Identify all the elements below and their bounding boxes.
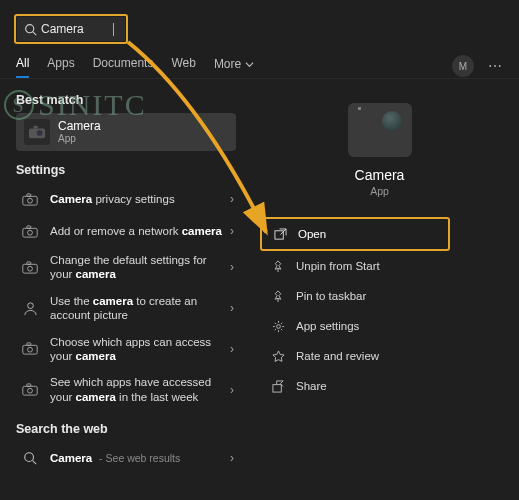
- svg-rect-5: [23, 196, 37, 205]
- chevron-right-icon: ›: [230, 341, 234, 356]
- chevron-right-icon: ›: [230, 451, 234, 466]
- unpin-action[interactable]: Unpin from Start: [260, 251, 450, 281]
- settings-row-network-camera[interactable]: Add or remove a network camera ›: [16, 215, 240, 247]
- section-search-web: Search the web: [16, 418, 244, 442]
- share-action[interactable]: Share: [260, 371, 450, 401]
- search-icon: [23, 22, 37, 36]
- chevron-right-icon: ›: [230, 192, 234, 207]
- text-cursor: [113, 23, 114, 36]
- app-settings-action[interactable]: App settings: [260, 311, 450, 341]
- camera-icon: [24, 119, 50, 145]
- gear-icon: [270, 318, 286, 334]
- svg-rect-10: [27, 225, 31, 227]
- chevron-right-icon: ›: [230, 260, 234, 275]
- filter-tabs: All Apps Documents Web More M ⋯: [0, 50, 519, 79]
- tab-apps[interactable]: Apps: [47, 54, 74, 78]
- settings-row-app-access[interactable]: Choose which apps can access your camera…: [16, 329, 240, 370]
- svg-point-19: [28, 388, 33, 393]
- star-icon: [270, 348, 286, 364]
- person-icon: [20, 298, 40, 318]
- svg-point-21: [25, 453, 34, 462]
- open-action[interactable]: Open: [260, 217, 450, 251]
- svg-rect-8: [23, 228, 37, 237]
- pin-taskbar-action[interactable]: Pin to taskbar: [260, 281, 450, 311]
- svg-point-16: [28, 348, 33, 353]
- section-settings: Settings: [16, 159, 244, 183]
- settings-row-defaults[interactable]: Change the default settings for your cam…: [16, 247, 240, 288]
- settings-row-recent-access[interactable]: See which apps have accessed your camera…: [16, 369, 240, 410]
- more-menu-icon[interactable]: ⋯: [488, 58, 503, 74]
- svg-line-22: [33, 461, 37, 465]
- svg-rect-15: [23, 346, 37, 355]
- svg-rect-18: [23, 386, 37, 395]
- svg-point-0: [25, 24, 33, 32]
- chevron-right-icon: ›: [230, 382, 234, 397]
- svg-point-3: [37, 130, 43, 136]
- svg-point-12: [28, 266, 33, 271]
- web-search-row[interactable]: Camera - See web results ›: [16, 442, 240, 474]
- svg-rect-23: [274, 230, 282, 238]
- search-input[interactable]: [41, 22, 111, 36]
- unpin-icon: [270, 258, 286, 274]
- camera-icon: [20, 257, 40, 277]
- preview-app-type: App: [370, 185, 389, 197]
- rate-review-action[interactable]: Rate and review: [260, 341, 450, 371]
- svg-point-6: [28, 198, 33, 203]
- best-match-subtitle: App: [58, 133, 101, 144]
- camera-icon: [20, 189, 40, 209]
- tab-more[interactable]: More: [214, 54, 254, 78]
- tab-documents[interactable]: Documents: [93, 54, 154, 78]
- tab-all[interactable]: All: [16, 54, 29, 78]
- svg-rect-13: [27, 262, 31, 264]
- chevron-right-icon: ›: [230, 301, 234, 316]
- chevron-right-icon: ›: [230, 224, 234, 239]
- share-icon: [270, 378, 286, 394]
- settings-row-account-picture[interactable]: Use the camera to create an account pict…: [16, 288, 240, 329]
- chevron-down-icon: [245, 60, 254, 69]
- top-bar: [0, 0, 519, 50]
- results-panel: Best match Camera App Settings Camera pr…: [0, 79, 244, 500]
- section-best-match: Best match: [16, 89, 244, 113]
- svg-point-14: [27, 303, 33, 309]
- camera-icon: [20, 339, 40, 359]
- preview-panel: Camera App Open Unpin from Start Pin to …: [244, 79, 519, 500]
- settings-row-privacy[interactable]: Camera privacy settings ›: [16, 183, 240, 215]
- search-highlight-box: [14, 14, 128, 44]
- svg-line-1: [32, 31, 35, 34]
- svg-point-9: [28, 230, 33, 235]
- user-avatar[interactable]: M: [452, 55, 474, 77]
- svg-rect-11: [23, 264, 37, 273]
- tab-web[interactable]: Web: [171, 54, 195, 78]
- camera-icon: [20, 221, 40, 241]
- search-field[interactable]: [17, 17, 125, 41]
- open-icon: [272, 226, 288, 242]
- svg-rect-20: [27, 384, 31, 386]
- search-icon: [20, 448, 40, 468]
- best-match-item[interactable]: Camera App: [16, 113, 236, 151]
- camera-icon: [20, 380, 40, 400]
- pin-icon: [270, 288, 286, 304]
- app-large-icon: [348, 103, 412, 157]
- preview-app-name: Camera: [355, 167, 405, 183]
- svg-rect-17: [27, 343, 31, 345]
- svg-point-24: [276, 324, 280, 328]
- svg-rect-4: [33, 126, 38, 129]
- svg-rect-7: [27, 193, 31, 195]
- svg-rect-25: [272, 384, 280, 391]
- best-match-title: Camera: [58, 120, 101, 133]
